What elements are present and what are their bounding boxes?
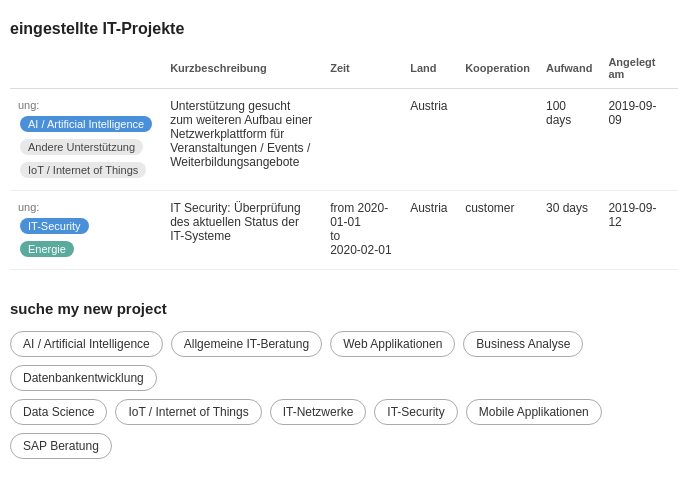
filter-tag-row1-4[interactable]: Datenbankentwicklung (10, 365, 157, 391)
row2-zeit: from 2020-01-01 to 2020-02-01 (322, 191, 402, 270)
col-header-angelegt: Angelegt am (600, 52, 675, 89)
filter-tag-row2-1[interactable]: IoT / Internet of Things (115, 399, 261, 425)
row2-label: ung: (18, 201, 39, 213)
col-header-zeit: Zeit (322, 52, 402, 89)
row2-aufwand: 30 days (538, 191, 600, 270)
section2-title: suche my new project (10, 300, 668, 317)
row1-tags-cell: ung: AI / Artificial Intelligence Andere… (10, 89, 162, 191)
projects-table: Kurzbeschreibung Zeit Land Kooperation A… (10, 52, 678, 270)
col-header-tags (10, 52, 162, 89)
filter-tag-row1-3[interactable]: Business Analyse (463, 331, 583, 357)
row1-tag2[interactable]: Andere Unterstützung (20, 139, 143, 155)
filter-tags-row1: AI / Artificial IntelligenceAllgemeine I… (10, 331, 668, 391)
col-header-aufwand: Aufwand (538, 52, 600, 89)
filter-tag-row1-2[interactable]: Web Applikationen (330, 331, 455, 357)
col-header-kooperation: Kooperation (457, 52, 538, 89)
row2-angelegt: 2019-09-12 (600, 191, 675, 270)
row1-land: Austria (402, 89, 457, 191)
row1-kooperation (457, 89, 538, 191)
table-row: ung: IT-Security Energie IT Security: Üb… (10, 191, 678, 270)
filter-tag-row2-0[interactable]: Data Science (10, 399, 107, 425)
row2-kurzbeschreibung: IT Security: Überprüfung des aktuellen S… (162, 191, 322, 270)
row2-land: Austria (402, 191, 457, 270)
filter-tags-row2: Data ScienceIoT / Internet of ThingsIT-N… (10, 399, 668, 459)
row1-tag1[interactable]: AI / Artificial Intelligence (20, 116, 152, 132)
filter-tag-row2-2[interactable]: IT-Netzwerke (270, 399, 367, 425)
row1-zeit (322, 89, 402, 191)
row1-label: ung: (18, 99, 39, 111)
col-header-land: Land (402, 52, 457, 89)
row2-tag1[interactable]: IT-Security (20, 218, 89, 234)
table-row: ung: AI / Artificial Intelligence Andere… (10, 89, 678, 191)
filter-tag-row2-4[interactable]: Mobile Applikationen (466, 399, 602, 425)
row2-kooperation: customer (457, 191, 538, 270)
col-header-kurzbeschreibung: Kurzbeschreibung (162, 52, 322, 89)
row2-tags-cell: ung: IT-Security Energie (10, 191, 162, 270)
row2-tag2[interactable]: Energie (20, 241, 74, 257)
section1-title: eingestellte IT-Projekte (10, 20, 668, 38)
row1-kurzbeschreibung: Unterstützung gesucht zum weiteren Aufba… (162, 89, 322, 191)
filter-tag-row1-0[interactable]: AI / Artificial Intelligence (10, 331, 163, 357)
filter-tag-row2-3[interactable]: IT-Security (374, 399, 457, 425)
filter-tag-row1-1[interactable]: Allgemeine IT-Beratung (171, 331, 322, 357)
row1-tag3[interactable]: IoT / Internet of Things (20, 162, 146, 178)
filter-tag-row2-5[interactable]: SAP Beratung (10, 433, 112, 459)
row1-angelegt: 2019-09-09 (600, 89, 675, 191)
row1-aufwand: 100 days (538, 89, 600, 191)
